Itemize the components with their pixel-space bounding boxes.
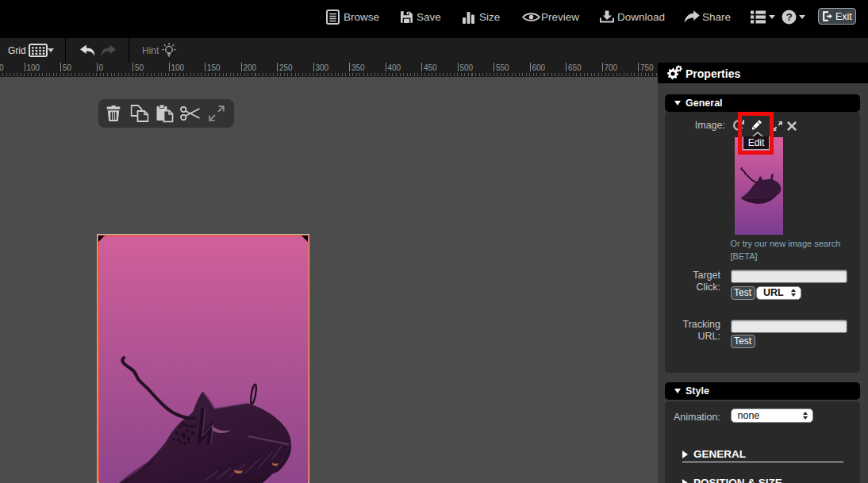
svg-text:?: ? xyxy=(785,11,792,23)
